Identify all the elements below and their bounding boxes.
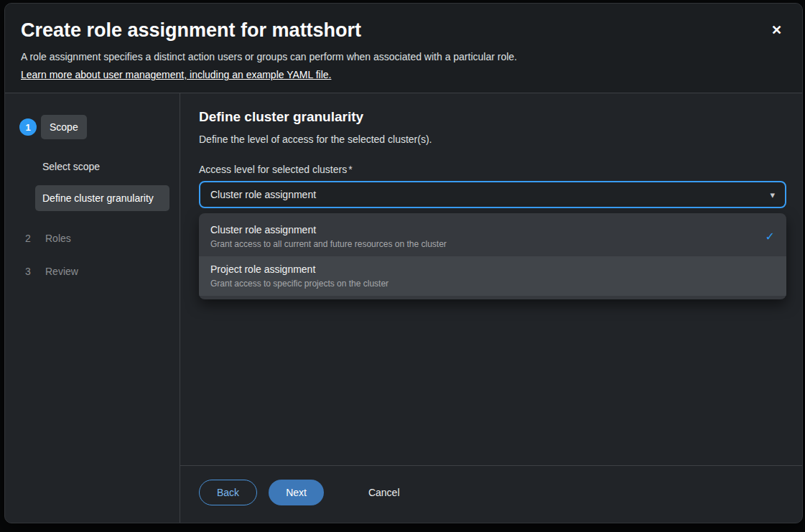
modal-body: 1 Scope Select scope Define cluster gran… — [5, 93, 802, 523]
check-icon: ✓ — [766, 230, 775, 243]
access-level-selected-value: Cluster role assignment — [210, 189, 316, 200]
wizard-step-scope-label[interactable]: Scope — [41, 115, 87, 139]
close-icon[interactable]: ✕ — [768, 21, 785, 39]
next-button[interactable]: Next — [269, 480, 324, 505]
access-level-label: Access level for selected clusters* — [199, 164, 786, 175]
option-project-role-assignment[interactable]: Project role assignment Grant access to … — [199, 256, 786, 296]
wizard-step-roles-label: Roles — [45, 233, 71, 244]
wizard-step-review-label: Review — [45, 266, 78, 277]
option-title: Project role assignment — [210, 263, 388, 275]
step-3-indicator: 3 — [19, 266, 37, 277]
option-text: Project role assignment Grant access to … — [210, 263, 388, 289]
access-level-select-toggle[interactable]: Cluster role assignment ▾ — [199, 181, 786, 208]
option-description: Grant access to all current and future r… — [210, 239, 447, 249]
wizard-main-column: Define cluster granularity Define the le… — [180, 93, 802, 523]
step-description: Define the level of access for the selec… — [199, 134, 786, 145]
required-indicator: * — [348, 164, 352, 175]
wizard-footer: Back Next Cancel — [180, 465, 802, 523]
wizard-step-roles: 2 Roles — [19, 233, 169, 244]
caret-down-icon: ▾ — [770, 190, 775, 200]
wizard-step-review: 3 Review — [19, 266, 169, 277]
wizard-nav: 1 Scope Select scope Define cluster gran… — [5, 93, 180, 523]
back-button[interactable]: Back — [199, 480, 257, 505]
wizard-substeps: Select scope Define cluster granularity — [35, 155, 169, 211]
create-role-assignment-modal: Create role assignment for mattshort A r… — [4, 3, 803, 523]
option-cluster-role-assignment[interactable]: Cluster role assignment Grant access to … — [199, 217, 786, 256]
step-1-indicator: 1 — [19, 118, 37, 136]
wizard-step-content: Define cluster granularity Define the le… — [180, 93, 802, 465]
cancel-button[interactable]: Cancel — [366, 480, 403, 505]
wizard-substep-define-cluster-granularity[interactable]: Define cluster granularity — [35, 185, 169, 211]
wizard-step-scope[interactable]: 1 Scope — [19, 115, 169, 139]
option-text: Cluster role assignment Grant access to … — [210, 224, 447, 249]
modal-description: A role assignment specifies a distinct a… — [21, 51, 759, 62]
access-level-select: Cluster role assignment ▾ Cluster role a… — [199, 181, 786, 208]
modal-header: Create role assignment for mattshort A r… — [5, 4, 802, 93]
learn-more-link[interactable]: Learn more about user management, includ… — [21, 69, 331, 80]
screen-background: Create role assignment for mattshort A r… — [0, 0, 805, 532]
option-description: Grant access to specific projects on the… — [210, 279, 388, 289]
modal-title: Create role assignment for mattshort — [21, 19, 759, 42]
access-level-label-text: Access level for selected clusters — [199, 164, 347, 175]
step-2-indicator: 2 — [19, 233, 37, 244]
option-title: Cluster role assignment — [210, 224, 447, 235]
access-level-dropdown-menu: Cluster role assignment Grant access to … — [199, 213, 786, 299]
step-heading: Define cluster granularity — [199, 109, 786, 125]
wizard-substep-select-scope[interactable]: Select scope — [35, 155, 169, 178]
